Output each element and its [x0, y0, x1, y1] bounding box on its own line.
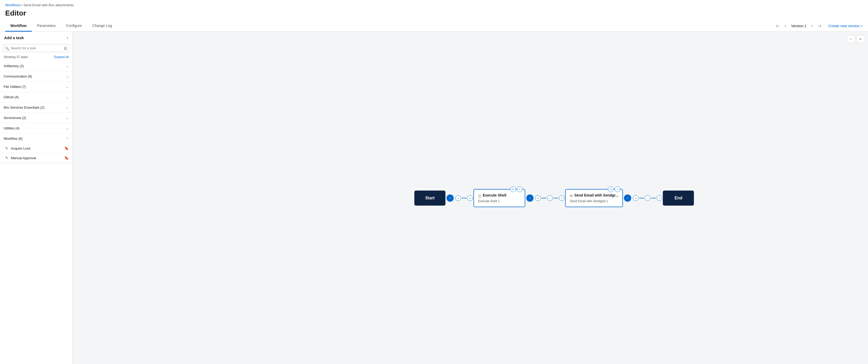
terminal-icon: ◫	[478, 194, 481, 198]
tabs: Workflow Parameters Configure Change Log	[5, 21, 117, 31]
tab-parameters[interactable]: Parameters	[32, 21, 61, 32]
version-next-btn[interactable]: ›	[810, 23, 814, 29]
breadcrumb: Workflows / Send Email with Box attachme…	[0, 0, 868, 8]
close-action-btn[interactable]: ×	[615, 186, 621, 192]
category-github: Github (4) ⌄	[0, 92, 72, 102]
workflow-diagram: Start › × > ✎ × ◫ Execute Shell Execute	[414, 189, 694, 207]
category-utilities: Utilities (4) ⌄	[0, 123, 72, 133]
connector-cross-btn[interactable]: ×	[455, 195, 461, 201]
version-last-btn[interactable]: ⊣	[816, 23, 823, 30]
execute-shell-subtitle: Execute Shell 1	[478, 200, 521, 203]
category-label-workflow: Workflow (8)	[4, 136, 23, 141]
connector-add-btn[interactable]: >	[657, 195, 662, 201]
category-communication: Communication (8) ⌄	[0, 71, 72, 82]
connector-arrow[interactable]: ›	[624, 194, 631, 202]
node-actions: ✎ ×	[510, 186, 523, 192]
version-controls: ⊢ ‹ Version 1 › ⊣ Create new version +	[775, 23, 863, 30]
bookmark-icon: 🔖	[64, 146, 69, 150]
edit-action-btn[interactable]: ✎	[510, 186, 516, 192]
end-node: End	[663, 190, 694, 206]
category-list: Artifactory (2) ⌄ Communication (8) ⌄ Fi…	[0, 61, 72, 364]
connector-start-execute: › × >	[445, 194, 473, 202]
category-header-ibm-services[interactable]: Ibm Services Essentials (2) ⌄	[0, 102, 72, 113]
task-item-manual-approval[interactable]: ✎ Manual Approval 🔖	[0, 153, 72, 163]
edit-action-btn[interactable]: ✎	[608, 186, 614, 192]
tab-configure[interactable]: Configure	[61, 21, 87, 32]
tab-changelog[interactable]: Change Log	[87, 21, 117, 32]
category-servicenow: Servicenow (2) ⌄	[0, 113, 72, 123]
category-label-ibm-services: Ibm Services Essentials (2)	[4, 105, 44, 110]
category-header-workflow[interactable]: Workflow (8) ⌃	[0, 133, 72, 144]
task-item-left: ✎ Acquire Lock	[5, 146, 30, 150]
node-actions: ✎ ×	[608, 186, 621, 192]
chevron-down-icon: ⌄	[66, 75, 69, 78]
connector-arrow-btn[interactable]: →	[547, 195, 553, 201]
create-new-version-link[interactable]: Create new version +	[828, 24, 863, 28]
search-input[interactable]	[3, 44, 69, 52]
version-label: Version 1	[789, 24, 808, 28]
version-first-btn[interactable]: ⊢	[775, 23, 781, 30]
chevron-up-icon: ⌃	[66, 137, 69, 141]
email-icon: ✉	[570, 194, 572, 198]
chevron-down-icon: ⌄	[66, 95, 69, 99]
sidebar-collapse-btn[interactable]: ‹	[67, 35, 68, 40]
send-email-subtitle: Send Email with Sendgrid 1	[570, 200, 618, 203]
connector-add-btn[interactable]: >	[467, 195, 473, 201]
connector-add-btn[interactable]: >	[559, 195, 565, 201]
category-label-utilities: Utilities (4)	[4, 126, 20, 130]
chevron-down-icon: ⌄	[66, 64, 69, 68]
page-title: Editor	[0, 8, 868, 21]
breadcrumb-separator: /	[22, 3, 23, 7]
category-ibm-services: Ibm Services Essentials (2) ⌄	[0, 102, 72, 113]
tab-workflow[interactable]: Workflow	[5, 21, 32, 32]
search-icon: 🔍	[5, 47, 9, 50]
canvas-controls: − +	[847, 35, 864, 43]
category-header-file-utilities[interactable]: File Utilities (7) ⌄	[0, 82, 72, 92]
close-action-btn[interactable]: ×	[517, 186, 523, 192]
category-label-communication: Communication (8)	[4, 74, 32, 78]
connector-arrow-btn[interactable]: →	[645, 195, 651, 201]
workflow-canvas-area: − + Start › × > ✎ × ◫	[72, 32, 868, 364]
tab-bar: Workflow Parameters Configure Change Log…	[0, 21, 868, 32]
category-header-communication[interactable]: Communication (8) ⌄	[0, 71, 72, 82]
task-label-acquire-lock: Acquire Lock	[11, 147, 30, 150]
version-prev-btn[interactable]: ‹	[783, 23, 787, 29]
workflows-link[interactable]: Workflows	[5, 3, 21, 7]
category-header-artifactory[interactable]: Artifactory (2) ⌄	[0, 61, 72, 71]
filter-icon[interactable]: ☰	[64, 47, 67, 51]
expand-all-btn[interactable]: Expand all	[54, 55, 69, 59]
connector-cross-btn[interactable]: ×	[633, 195, 639, 201]
execute-shell-node: ✎ × ◫ Execute Shell Execute Shell 1	[473, 189, 525, 207]
breadcrumb-current: Send Email with Box attachments	[24, 3, 74, 7]
send-email-node: ✎ × ✉ Send Email with Sendgr... Send Ema…	[565, 189, 623, 207]
category-header-servicenow[interactable]: Servicenow (2) ⌄	[0, 113, 72, 123]
task-item-acquire-lock[interactable]: ✎ Acquire Lock 🔖	[0, 144, 72, 153]
sidebar: Add a task ‹ 🔍 ☰ Showing 37 tasks Expand…	[0, 32, 72, 364]
task-item-left: ✎ Manual Approval	[5, 156, 36, 160]
category-header-utilities[interactable]: Utilities (4) ⌄	[0, 123, 72, 133]
execute-shell-title: Execute Shell	[483, 193, 506, 197]
sidebar-title: Add a task	[4, 35, 24, 40]
category-label-servicenow: Servicenow (2)	[4, 116, 26, 120]
connector-line	[462, 198, 466, 198]
chevron-down-icon: ⌄	[66, 116, 69, 120]
start-node: Start	[414, 190, 445, 206]
task-count-label: Showing 37 tasks	[4, 55, 28, 59]
edit-icon: ✎	[5, 156, 8, 160]
zoom-out-btn[interactable]: −	[847, 35, 855, 43]
category-file-utilities: File Utilities (7) ⌄	[0, 82, 72, 92]
category-label-artifactory: Artifactory (2)	[4, 64, 24, 68]
connector-arrow[interactable]: ›	[526, 194, 533, 202]
category-workflow: Workflow (8) ⌃ ✎ Acquire Lock 🔖 ✎ Manual…	[0, 133, 72, 163]
connector-line	[541, 198, 546, 198]
sidebar-header: Add a task ‹	[0, 32, 72, 42]
task-header: ✉ Send Email with Sendgr...	[570, 193, 618, 198]
connector-cross-btn[interactable]: ×	[535, 195, 541, 201]
zoom-in-btn[interactable]: +	[857, 35, 864, 43]
connector-arrow[interactable]: ›	[446, 194, 454, 202]
search-container: 🔍 ☰	[0, 42, 72, 54]
category-label-github: Github (4)	[4, 95, 19, 99]
category-header-github[interactable]: Github (4) ⌄	[0, 92, 72, 102]
connector-line	[553, 198, 558, 198]
task-header: ◫ Execute Shell	[478, 193, 521, 198]
